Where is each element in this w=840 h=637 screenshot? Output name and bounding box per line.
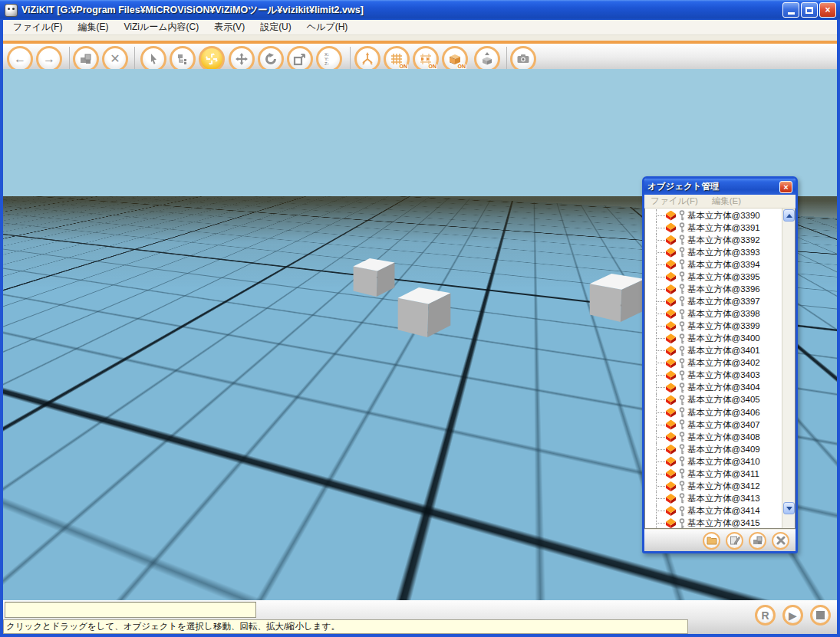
object-manager-titlebar[interactable]: オブジェクト管理 × bbox=[644, 179, 796, 195]
box-display-toggle-button[interactable]: ON bbox=[442, 46, 468, 72]
object-list-item[interactable]: 基本立方体@3394 bbox=[645, 258, 782, 271]
object-manager-close-button[interactable]: × bbox=[779, 181, 792, 193]
stop-button[interactable] bbox=[810, 605, 831, 626]
tree-branch bbox=[657, 264, 665, 265]
rotate-tool-button[interactable] bbox=[258, 46, 284, 72]
object-list-item[interactable]: 基本立方体@3405 bbox=[645, 394, 782, 406]
cube-icon bbox=[666, 457, 676, 467]
object-list-item[interactable]: 基本立方体@3390 bbox=[645, 209, 782, 222]
forward-button[interactable]: → bbox=[36, 46, 62, 72]
cube-icon bbox=[666, 297, 676, 307]
cube-icon bbox=[666, 445, 676, 455]
scale-tool-button[interactable] bbox=[287, 46, 313, 72]
tree-line bbox=[656, 234, 657, 246]
tree-line bbox=[656, 222, 657, 234]
object-list-item[interactable]: 基本立方体@3393 bbox=[645, 246, 782, 258]
object-list-item[interactable]: 基本立方体@3415 bbox=[645, 517, 782, 529]
object-list-item[interactable]: 基本立方体@3397 bbox=[645, 295, 782, 307]
menu-bar: ファイル(F)編集(E)ViZiルーム内容(C)表示(V)設定(U)ヘルプ(H) bbox=[3, 20, 837, 35]
screenshot-camera-button[interactable] bbox=[510, 46, 536, 72]
object-manager-menu-edit[interactable]: 編集(E) bbox=[712, 195, 741, 207]
scroll-up-button[interactable] bbox=[783, 209, 795, 222]
select-pointer-button[interactable] bbox=[140, 46, 166, 72]
record-button[interactable]: R bbox=[755, 605, 776, 626]
object-list-item[interactable]: 基本立方体@3413 bbox=[645, 492, 782, 504]
menu-settings[interactable]: 設定(U) bbox=[253, 19, 298, 35]
axes-toggle-button[interactable] bbox=[354, 46, 380, 72]
hierarchy-button[interactable] bbox=[170, 46, 196, 72]
menu-view[interactable]: 表示(V) bbox=[207, 19, 252, 35]
key-icon bbox=[678, 309, 686, 320]
grid-toggle-button[interactable]: ON bbox=[384, 46, 410, 72]
object-list-item[interactable]: 基本立方体@3409 bbox=[645, 443, 782, 455]
scene-cube[interactable] bbox=[156, 302, 212, 361]
object-manager-toolbar bbox=[644, 530, 796, 551]
tree-line bbox=[656, 406, 657, 419]
cube-icon bbox=[666, 211, 676, 221]
scene-cube[interactable] bbox=[397, 287, 451, 337]
object-label: 基本立方体@3395 bbox=[687, 271, 760, 283]
object-manager-window[interactable]: オブジェクト管理 × ファイル(F)編集(E) 基本立方体@3390 基本立方体… bbox=[642, 176, 798, 553]
maximize-button[interactable] bbox=[801, 2, 818, 18]
xyz-tool-button[interactable]: X: Y: Z: bbox=[316, 46, 342, 72]
menu-help[interactable]: ヘルプ(H) bbox=[300, 19, 355, 35]
object-list-item[interactable]: 基本立方体@3408 bbox=[645, 431, 782, 443]
object-list-item[interactable]: 基本立方体@3402 bbox=[645, 357, 782, 369]
object-list-item[interactable]: 基本立方体@3414 bbox=[645, 505, 782, 517]
scroll-down-button[interactable] bbox=[783, 502, 795, 514]
object-list-item[interactable]: 基本立方体@3395 bbox=[645, 271, 782, 283]
object-list-item[interactable]: 基本立方体@3392 bbox=[645, 234, 782, 246]
cube-icon bbox=[666, 432, 676, 442]
object-list-item[interactable]: 基本立方体@3400 bbox=[645, 333, 782, 345]
scene-cube[interactable] bbox=[589, 274, 645, 322]
object-label: 基本立方体@3410 bbox=[687, 456, 760, 468]
tree-line bbox=[656, 258, 657, 271]
object-list-item[interactable]: 基本立方体@3403 bbox=[645, 369, 782, 382]
add-object-button[interactable] bbox=[73, 46, 99, 72]
object-list-item[interactable]: 基本立方体@3391 bbox=[645, 222, 782, 234]
tree-branch bbox=[657, 511, 665, 511]
back-button[interactable]: ← bbox=[7, 46, 33, 72]
open-folder-button[interactable] bbox=[703, 532, 720, 550]
key-icon bbox=[678, 235, 686, 245]
key-icon bbox=[678, 407, 686, 418]
object-list-scrollbar[interactable] bbox=[782, 209, 795, 528]
object-list-item[interactable]: 基本立方体@3411 bbox=[645, 468, 782, 480]
tree-line bbox=[656, 468, 657, 480]
scene-cube[interactable] bbox=[353, 258, 395, 297]
move-tool-button[interactable] bbox=[229, 46, 255, 72]
delete-button[interactable] bbox=[772, 532, 789, 550]
rename-button[interactable] bbox=[726, 532, 743, 550]
scene-cube[interactable] bbox=[482, 344, 568, 426]
object-list-item[interactable]: 基本立方体@3404 bbox=[645, 382, 782, 394]
cube-icon bbox=[666, 408, 676, 418]
menu-edit[interactable]: 編集(E) bbox=[71, 19, 115, 35]
delete-object-button[interactable]: ✕ bbox=[102, 46, 128, 72]
focus-object-button[interactable] bbox=[199, 46, 225, 72]
tree-line bbox=[656, 271, 657, 283]
menu-vizi-room[interactable]: ViZiルーム内容(C) bbox=[117, 19, 206, 35]
tree-line bbox=[656, 357, 657, 369]
object-manager-menu-file[interactable]: ファイル(F) bbox=[651, 195, 698, 207]
title-bar[interactable]: ViZiKIT [G:¥Program Files¥MiCROViSiON¥Vi… bbox=[0, 0, 840, 20]
object-list-item[interactable]: 基本立方体@3396 bbox=[645, 283, 782, 295]
object-list-item[interactable]: 基本立方体@3398 bbox=[645, 308, 782, 320]
tree-line bbox=[656, 480, 657, 492]
objects-button[interactable] bbox=[749, 532, 766, 550]
cube-icon bbox=[666, 481, 676, 491]
object-list-item[interactable]: 基本立方体@3407 bbox=[645, 419, 782, 431]
object-list-item[interactable]: 基本立方体@3406 bbox=[645, 406, 782, 419]
drop-to-ground-button[interactable] bbox=[474, 46, 500, 72]
play-button[interactable]: ▶ bbox=[782, 605, 803, 626]
window-border-right bbox=[837, 20, 840, 634]
minimize-button[interactable] bbox=[782, 2, 799, 18]
object-list-item[interactable]: 基本立方体@3412 bbox=[645, 480, 782, 492]
menu-file[interactable]: ファイル(F) bbox=[6, 19, 69, 35]
command-input[interactable] bbox=[5, 602, 256, 618]
snap-toggle-button[interactable]: ON bbox=[413, 46, 439, 72]
object-list-item[interactable]: 基本立方体@3399 bbox=[645, 320, 782, 333]
key-icon bbox=[678, 419, 686, 430]
object-list-item[interactable]: 基本立方体@3410 bbox=[645, 455, 782, 468]
close-button[interactable]: × bbox=[819, 2, 836, 18]
object-list-item[interactable]: 基本立方体@3401 bbox=[645, 345, 782, 357]
